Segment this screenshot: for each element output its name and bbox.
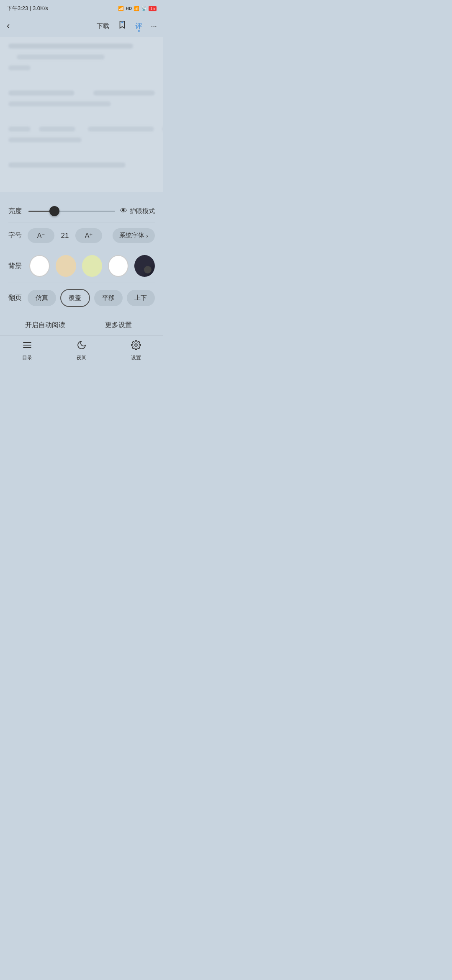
blur-text-6: [8, 162, 126, 168]
font-label: 字号: [8, 231, 23, 240]
background-label: 背景: [8, 262, 23, 271]
nav-item-night[interactable]: 夜间: [54, 340, 109, 361]
back-button[interactable]: ‹: [7, 21, 10, 31]
pageturn-scroll-button[interactable]: 上下: [127, 290, 155, 306]
toc-label: 目录: [22, 354, 32, 361]
slider-thumb[interactable]: [49, 206, 59, 216]
bookmark-button[interactable]: [118, 20, 127, 32]
wifi-icon: 📡: [141, 6, 147, 11]
action-row: 开启自动阅读 更多设置: [8, 313, 155, 335]
pageturn-row: 翻页 仿真 覆盖 平移 上下: [8, 283, 155, 313]
blur-row-1: [8, 90, 155, 95]
font-size-value: 21: [59, 232, 71, 240]
blur-text-1: [8, 44, 133, 49]
bg-yellowgreen-button[interactable]: [82, 255, 103, 277]
brightness-row: 亮度 👁 护眼模式: [8, 200, 155, 222]
status-bar: 下午3:23 | 3.0K/s 📶 HD 📶 📡 15: [0, 0, 163, 15]
nav-item-settings[interactable]: 设置: [109, 340, 163, 361]
blur-row-2: [8, 126, 155, 132]
eye-icon: 👁: [120, 207, 127, 215]
moon-icon: [144, 266, 152, 273]
more-settings-button[interactable]: 更多设置: [82, 321, 155, 330]
brightness-slider[interactable]: [28, 206, 115, 216]
status-time: 下午3:23 | 3.0K/s: [7, 5, 48, 12]
eye-mode-button[interactable]: 👁 护眼模式: [120, 207, 155, 215]
bg-beige-button[interactable]: [56, 255, 76, 277]
settings-label: 设置: [131, 354, 141, 361]
bottom-nav: 目录 夜间 设置: [0, 335, 163, 370]
content-area: [0, 37, 163, 192]
auto-read-button[interactable]: 开启自动阅读: [8, 321, 82, 330]
pageturn-slide-button[interactable]: 平移: [94, 290, 123, 306]
night-label: 夜间: [77, 354, 87, 361]
download-button[interactable]: 下载: [97, 22, 109, 30]
pageturn-simulated-button[interactable]: 仿真: [28, 290, 56, 306]
bg-white-button[interactable]: [29, 255, 50, 277]
brightness-label: 亮度: [8, 207, 23, 216]
pageturn-cover-button[interactable]: 覆盖: [60, 289, 90, 307]
status-icons: 📶 HD 📶 📡 15: [118, 6, 157, 11]
nav-item-toc[interactable]: 目录: [0, 340, 54, 361]
more-button[interactable]: ···: [151, 21, 157, 31]
background-row: 背景: [8, 249, 155, 283]
comment-button[interactable]: 评: [135, 21, 142, 31]
hd-label: HD: [126, 6, 131, 11]
bg-light-button[interactable]: [108, 255, 128, 277]
font-type-button[interactable]: 系统字体 ›: [113, 228, 155, 243]
signal-icon: 📶: [118, 6, 124, 11]
bg-dark-button[interactable]: [134, 255, 155, 277]
night-icon: [77, 340, 87, 353]
toc-icon: [22, 340, 32, 353]
signal2-icon: 📶: [134, 6, 139, 11]
settings-panel: 亮度 👁 护眼模式 字号 A⁻ 21 A⁺ 系统字体 › 背景: [0, 192, 163, 335]
nav-bar: ‹ 下载 评 ···: [0, 15, 163, 37]
nav-actions: 下载 评 ···: [97, 20, 157, 32]
blur-text-2: [17, 54, 105, 59]
settings-icon: [131, 340, 141, 353]
blur-text-4: [8, 101, 111, 106]
font-row: 字号 A⁻ 21 A⁺ 系统字体 ›: [8, 222, 155, 249]
battery-icon: 15: [149, 6, 157, 11]
svg-point-5: [135, 344, 137, 346]
eye-mode-label: 护眼模式: [130, 207, 155, 215]
pageturn-label: 翻页: [8, 294, 23, 302]
blur-text-3: [8, 65, 31, 70]
font-decrease-button[interactable]: A⁻: [28, 228, 54, 243]
font-increase-button[interactable]: A⁺: [75, 228, 102, 243]
slider-track: [28, 211, 115, 212]
blur-text-5: [8, 137, 82, 142]
